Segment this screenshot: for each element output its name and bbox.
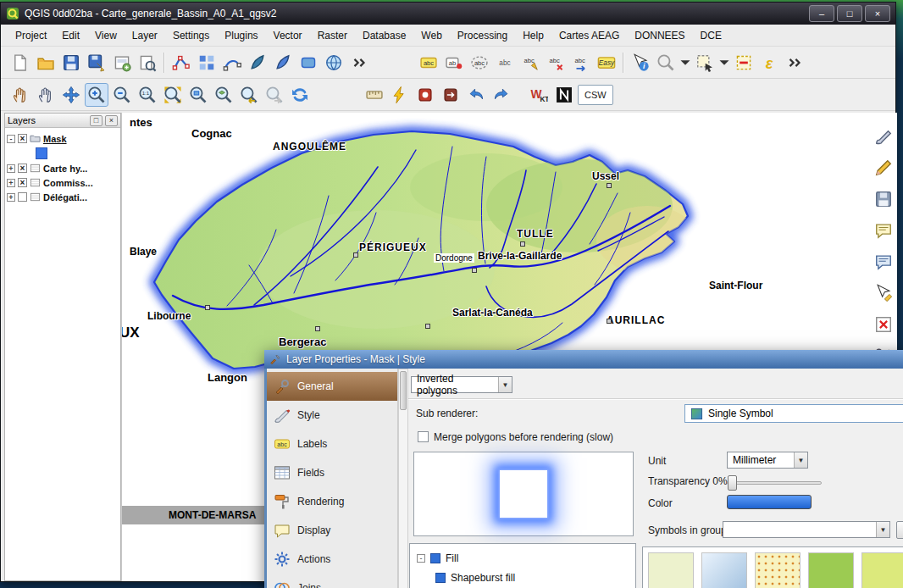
symbol-swatch[interactable] — [808, 552, 854, 588]
zoom-full-button[interactable] — [161, 83, 185, 107]
move-annotation-button[interactable] — [872, 281, 895, 305]
layer-checkbox[interactable]: × — [18, 134, 27, 143]
label-abc-plain-button[interactable]: abc — [493, 51, 517, 75]
save-button[interactable] — [59, 51, 83, 75]
save-edits-button[interactable] — [872, 187, 895, 211]
undo-button[interactable] — [464, 83, 488, 107]
menu-raster[interactable]: Raster — [310, 26, 355, 45]
tab-style[interactable]: Style — [267, 401, 397, 430]
merge-checkbox[interactable] — [418, 431, 429, 442]
zoom-next-button[interactable] — [263, 83, 286, 107]
feather-blue-button[interactable] — [271, 51, 295, 75]
deselect-button[interactable] — [732, 51, 756, 75]
tab-fields[interactable]: Fields — [267, 458, 397, 487]
new-composer-button[interactable] — [110, 51, 134, 75]
menu-help[interactable]: Help — [515, 26, 551, 45]
unit-select[interactable]: Millimeter ▼ — [727, 452, 808, 469]
layer-checkbox[interactable]: × — [18, 178, 27, 187]
menu-settings[interactable]: Settings — [165, 26, 217, 45]
save-as-button[interactable] — [85, 51, 108, 75]
maximize-button[interactable]: □ — [837, 5, 862, 22]
close-button[interactable]: × — [865, 5, 890, 22]
show-bookmarks-button[interactable] — [439, 83, 463, 107]
pan-hand-button[interactable] — [34, 83, 58, 107]
symbol-tree-row[interactable]: Shapeburst fill — [410, 568, 635, 587]
node-tool-button[interactable] — [220, 51, 244, 75]
expander-toggle[interactable]: + — [7, 164, 15, 173]
identify-button[interactable]: i — [629, 51, 652, 75]
zoom-last-button[interactable] — [237, 83, 261, 107]
label-ab-button[interactable]: ab — [442, 51, 466, 75]
digitize-button[interactable] — [169, 51, 193, 75]
label-abc-x-button[interactable]: abc — [544, 51, 568, 75]
layer-row[interactable]: +Délégati... — [7, 190, 119, 204]
symbol-swatch[interactable] — [861, 552, 903, 588]
menu-donnees[interactable]: DONNEES — [627, 26, 692, 45]
tab-labels[interactable]: abcLabels — [267, 430, 397, 458]
move-feature-button[interactable] — [195, 51, 219, 75]
layer-row[interactable]: -×Mask — [7, 131, 119, 146]
html-annotation-button[interactable] — [872, 250, 895, 274]
symbol-tree-row[interactable]: -Fill — [410, 548, 635, 568]
slider-handle[interactable] — [728, 475, 737, 491]
open-library-button[interactable]: Ope — [896, 521, 903, 539]
menu-layer[interactable]: Layer — [125, 26, 165, 45]
tool-dropdown-button[interactable] — [718, 51, 730, 75]
layer-row[interactable]: +×Commiss... — [7, 175, 119, 190]
redo-button[interactable] — [490, 83, 513, 107]
refresh-button[interactable] — [288, 83, 312, 107]
tab-joins[interactable]: Joins — [267, 574, 397, 588]
shape-blue-button[interactable] — [296, 51, 320, 75]
scrollbar-thumb[interactable] — [400, 371, 407, 410]
sub-renderer-select[interactable]: Single Symbol — [684, 404, 903, 423]
feather-dark-button[interactable] — [246, 51, 269, 75]
wkt-button[interactable]: WKT — [527, 83, 551, 107]
symbol-swatch[interactable] — [701, 552, 747, 588]
expander-toggle[interactable]: + — [7, 193, 15, 202]
menu-dce[interactable]: DCE — [693, 26, 729, 45]
select-rect-button[interactable] — [693, 51, 717, 75]
float-panel-button[interactable]: □ — [90, 115, 102, 126]
label-abc-pin-button[interactable]: abc — [518, 51, 542, 75]
north-black-button[interactable] — [552, 83, 576, 107]
pan-arrows-button[interactable] — [59, 83, 83, 107]
color-button[interactable] — [727, 495, 812, 509]
menu-project[interactable]: Project — [8, 26, 54, 45]
menu-vector[interactable]: Vector — [266, 26, 310, 45]
layer-symbol-swatch[interactable] — [36, 147, 47, 159]
tab-display[interactable]: Display — [267, 516, 397, 545]
measure-button[interactable] — [363, 83, 386, 107]
zoom-layer-button[interactable] — [212, 83, 235, 107]
titlebar[interactable]: QGIS 0dd02ba - Carte_generale_Bassin_A0_… — [1, 3, 895, 25]
symbol-swatch[interactable] — [755, 552, 801, 588]
open-folder-button[interactable] — [34, 51, 58, 75]
expander-toggle[interactable]: - — [417, 554, 425, 563]
label-abc-arrow-button[interactable]: abc — [569, 51, 593, 75]
touch-hand-button[interactable] — [8, 83, 32, 107]
new-file-button[interactable] — [8, 51, 32, 75]
text-annotation-button[interactable] — [872, 219, 895, 242]
menu-database[interactable]: Database — [355, 26, 413, 45]
zoom-in-button[interactable] — [85, 83, 108, 107]
chevrons-button[interactable] — [347, 51, 371, 75]
new-bookmark-button[interactable] — [413, 83, 437, 107]
menu-web[interactable]: Web — [413, 26, 449, 45]
menu-processing[interactable]: Processing — [450, 26, 515, 45]
chevrons-button[interactable] — [783, 51, 806, 75]
expander-toggle[interactable]: + — [7, 179, 15, 187]
paintbrush-button[interactable] — [872, 125, 895, 148]
symbols-group-select[interactable]: ▼ — [723, 521, 890, 538]
lightning-button[interactable] — [388, 83, 412, 107]
menu-cartes-aeag[interactable]: Cartes AEAG — [551, 26, 627, 45]
menu-edit[interactable]: Edit — [54, 26, 87, 45]
label-easy-button[interactable]: Easy — [595, 51, 618, 75]
expander-toggle[interactable]: - — [7, 135, 15, 143]
tab-rendering[interactable]: Rendering — [267, 487, 397, 516]
globe-button[interactable] — [322, 51, 346, 75]
expression-button[interactable]: ε — [757, 51, 781, 75]
tab-actions[interactable]: Actions — [267, 545, 397, 574]
layer-row[interactable]: +×Carte hy... — [7, 161, 119, 175]
zoom-out-button[interactable] — [110, 83, 134, 107]
zoom-11-button[interactable]: 1:1 — [136, 83, 159, 107]
layer-checkbox[interactable]: × — [18, 164, 27, 173]
